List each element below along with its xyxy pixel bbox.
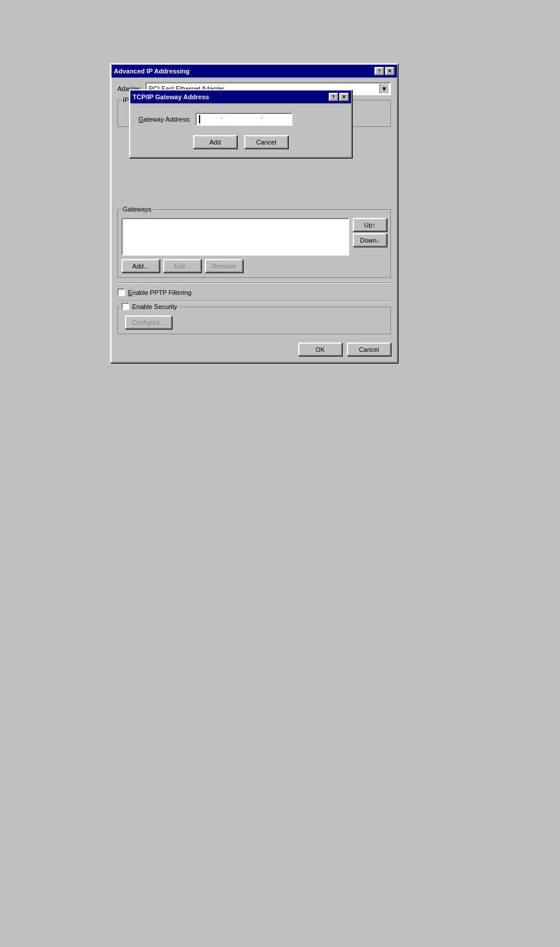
gateway-address-row: Gateway Address: . . (139, 113, 343, 126)
gateways-add-button[interactable]: Add... (122, 259, 160, 273)
tcp-dialog-body: Gateway Address: . . Add Cancel (130, 103, 351, 157)
gateways-up-button[interactable]: Up↑ (353, 218, 387, 231)
gateways-down-button[interactable]: Down↓ (353, 233, 387, 247)
advanced-close-button[interactable]: ✕ (385, 67, 394, 75)
pptp-row: Enable PPTP Filtering (117, 288, 391, 296)
advanced-dialog-titlebar: Advanced IP Addressing ? ✕ (112, 65, 397, 78)
security-checkbox[interactable] (122, 303, 129, 310)
adapter-dropdown-arrow[interactable]: ▼ (379, 84, 389, 93)
gateways-edit-button[interactable]: Edit... (163, 259, 201, 273)
tcp-dialog-buttons: Add Cancel (139, 135, 343, 149)
advanced-dialog-body: Adapter: PCI Fast Ethernet Adapter ▼ IP … (112, 78, 397, 362)
tcp-help-button[interactable]: ? (329, 93, 338, 101)
ok-button[interactable]: OK (298, 342, 342, 356)
advanced-ip-dialog: Advanced IP Addressing ? ✕ Adapter: PCI … (110, 63, 398, 363)
security-groupbox: Enable Security Configure... (117, 307, 391, 334)
tcp-close-button[interactable]: ✕ (339, 93, 349, 101)
gateway-address-label: Gateway Address: (139, 116, 191, 123)
bottom-buttons-row: OK Cancel (117, 340, 391, 356)
tcp-cancel-button[interactable]: Cancel (244, 135, 288, 149)
cancel-button[interactable]: Cancel (347, 342, 391, 356)
divider-2 (117, 301, 391, 302)
tcp-gateway-dialog: TCP/IP Gateway Address ? ✕ Gateway Addre… (129, 89, 352, 158)
tcp-dialog-titlebar: TCP/IP Gateway Address ? ✕ (130, 90, 351, 103)
advanced-dialog-title: Advanced IP Addressing (114, 68, 375, 75)
pptp-checkbox[interactable] (117, 288, 125, 296)
gateways-side-buttons: Up↑ Down↓ (353, 218, 387, 247)
ip-separator-dots: . . (201, 112, 289, 126)
divider-1 (117, 283, 391, 284)
gateways-listbox[interactable] (122, 218, 349, 256)
gateways-section: Gateways Up↑ Down↓ Add... Edit... Remove (117, 209, 391, 278)
gateway-label-text: Gateway Address: (139, 116, 191, 123)
tcp-dialog-title: TCP/IP Gateway Address (133, 93, 329, 100)
security-label: Enable Security (132, 303, 177, 310)
gateways-group-label: Gateways (122, 206, 153, 213)
gateway-address-input[interactable]: . . (195, 113, 292, 126)
titlebar-buttons: ? ✕ (375, 67, 394, 75)
tcp-titlebar-buttons: ? ✕ (329, 93, 349, 101)
advanced-help-button[interactable]: ? (375, 67, 384, 75)
gateways-bottom-buttons: Add... Edit... Remove (122, 259, 387, 273)
pptp-label: Enable PPTP Filtering (128, 289, 191, 296)
configure-button[interactable]: Configure... (125, 315, 172, 329)
configure-row: Configure... (123, 315, 386, 329)
gateways-list-row: Up↑ Down↓ (122, 218, 387, 256)
tcp-add-button[interactable]: Add (193, 135, 237, 149)
gateways-groupbox: Gateways Up↑ Down↓ Add... Edit... Remove (117, 209, 391, 278)
cursor (199, 115, 200, 123)
security-header: Enable Security (120, 303, 178, 310)
gateways-remove-button[interactable]: Remove (205, 259, 243, 273)
